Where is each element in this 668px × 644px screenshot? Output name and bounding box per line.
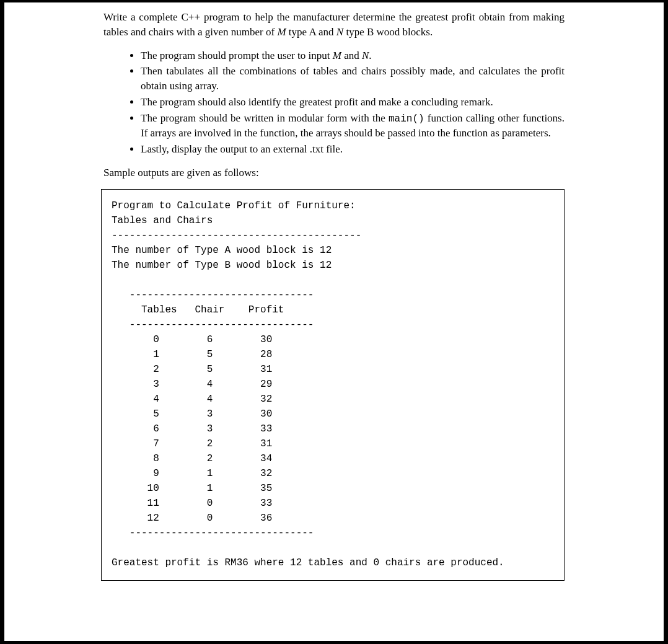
table-row: 11 0 33 <box>112 496 554 511</box>
intro-text: type A and <box>286 26 336 38</box>
output-divider: ------------------------------- <box>112 526 554 540</box>
output-typeB: The number of Type B wood block is 12 <box>112 258 554 273</box>
table-row: 6 3 33 <box>112 421 554 436</box>
code-main: main() <box>389 113 424 125</box>
output-blank <box>112 273 554 288</box>
bullet-text: The program should be written in modular… <box>141 112 389 124</box>
table-row: 3 4 29 <box>112 377 554 392</box>
output-blank <box>112 540 554 555</box>
table-row: 7 2 31 <box>112 436 554 451</box>
var-N: N <box>336 26 343 38</box>
output-divider: ----------------------------------------… <box>112 228 554 243</box>
bullet-text: . <box>369 50 371 61</box>
list-item: Then tabulates all the combinations of t… <box>141 64 565 94</box>
sample-output-box: Program to Calculate Profit of Furniture… <box>101 189 565 581</box>
table-row: 9 1 32 <box>112 466 554 481</box>
output-header-row: Tables Chair Profit <box>112 302 554 317</box>
intro-paragraph: Write a complete C++ program to help the… <box>103 10 565 40</box>
table-row: 2 5 31 <box>112 362 554 377</box>
table-row: 0 6 30 <box>112 332 554 347</box>
table-row: 12 0 36 <box>112 511 554 526</box>
output-conclusion: Greatest profit is RM36 where 12 tables … <box>112 555 554 570</box>
document-page: Write a complete C++ program to help the… <box>4 2 664 641</box>
list-item: The program should prompt the user to in… <box>141 48 565 63</box>
intro-text: type B wood blocks. <box>343 26 433 38</box>
table-row: 4 4 32 <box>112 392 554 407</box>
list-item: Lastly, display the output to an externa… <box>141 142 565 157</box>
var-M: M <box>333 50 341 61</box>
output-title-line1: Program to Calculate Profit of Furniture… <box>112 198 554 213</box>
list-item: The program should also identify the gre… <box>141 95 565 110</box>
table-row: 5 3 30 <box>112 407 554 421</box>
table-row: 1 5 28 <box>112 347 554 362</box>
output-divider: ------------------------------- <box>112 317 554 332</box>
table-row: 8 2 34 <box>112 451 554 466</box>
bullet-text: The program should prompt the user to in… <box>141 50 333 61</box>
var-N: N <box>362 50 369 61</box>
list-item: The program should be written in modular… <box>141 111 565 141</box>
output-typeA: The number of Type A wood block is 12 <box>112 243 554 258</box>
bullet-text: and <box>341 50 362 61</box>
output-title-line2: Tables and Chairs <box>112 213 554 228</box>
requirements-list: The program should prompt the user to in… <box>103 48 565 157</box>
sample-output-label: Sample outputs are given as follows: <box>103 165 565 180</box>
table-row: 10 1 35 <box>112 481 554 496</box>
var-M: M <box>277 26 286 38</box>
output-divider: ------------------------------- <box>112 288 554 302</box>
